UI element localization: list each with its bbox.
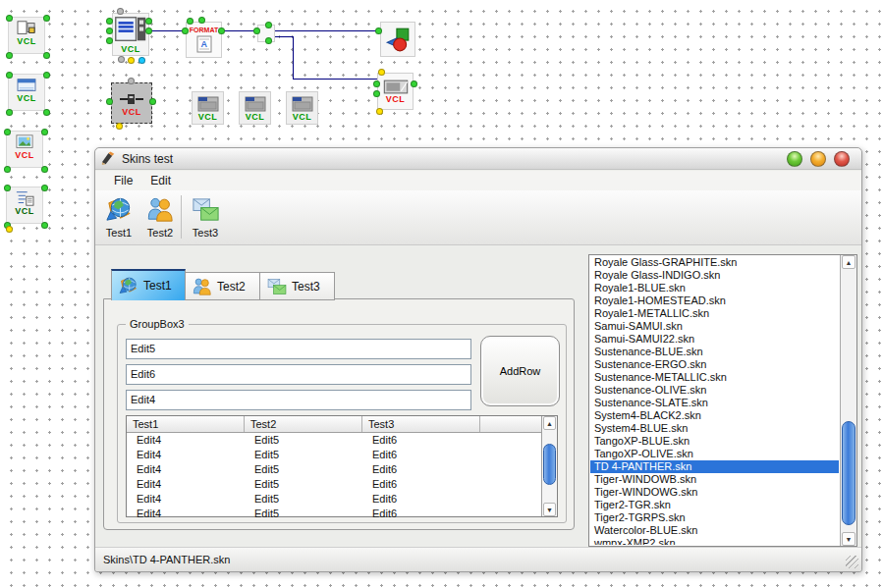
list-item[interactable]: Royale Glass-GRAPHITE.skn — [590, 256, 839, 269]
diagram-node-monitor[interactable]: VCL — [377, 73, 414, 110]
handle-dot — [6, 52, 13, 59]
handle-dot — [6, 109, 13, 116]
tab-test1[interactable]: Test1 — [111, 269, 186, 300]
groupbox3: GroupBox3 Edit5Edit6Edit4 AddRow Test1Te… — [117, 324, 567, 523]
list-item[interactable]: Royale1-HOMESTEAD.skn — [590, 294, 839, 307]
handle-dot — [378, 69, 385, 76]
table-row[interactable]: Edit4Edit5Edit6 — [127, 477, 557, 492]
palette-image-component[interactable]: VCL — [6, 131, 43, 168]
list-item[interactable]: Sustenance-SLATE.skn — [590, 397, 839, 409]
list-item[interactable]: Royale Glass-INDIGO.skn — [590, 269, 839, 282]
list-item[interactable]: Tiger2-TGRPS.skn — [590, 511, 839, 524]
close-button[interactable] — [834, 151, 850, 167]
grid-column-header[interactable]: Test3 — [362, 416, 480, 432]
table-row[interactable]: Edit4Edit5Edit6 — [127, 492, 557, 507]
diagram-node-panel[interactable]: VCL — [239, 91, 271, 125]
list-item[interactable]: TangoXP-OLIVE.skn — [590, 448, 839, 460]
list-item[interactable]: Watercolor-BLUE.skn — [590, 524, 839, 537]
form-designer-canvas: VCLVCLVCLVCL VCL FORMAT A — [0, 0, 883, 588]
handle-dot — [373, 90, 380, 97]
menu-item-file[interactable]: File — [105, 172, 141, 189]
resize-grip[interactable] — [846, 556, 858, 568]
list-scrollbar-thumb[interactable] — [842, 421, 855, 525]
diagram-node-panel[interactable]: VCL — [286, 91, 318, 125]
edit-field-edit6[interactable]: Edit6 — [126, 364, 471, 385]
diagram-node-selected[interactable]: VCL — [111, 82, 152, 124]
table-row[interactable]: Edit4Edit5Edit6 — [127, 433, 557, 448]
handle-dot — [106, 98, 113, 105]
panel-icon — [291, 95, 314, 113]
palette-window-component[interactable]: VCL — [8, 74, 45, 111]
toolbar-button-label: Test2 — [147, 227, 173, 239]
scroll-down-button[interactable]: ▼ — [842, 532, 855, 546]
window-titlebar[interactable]: Skins test — [95, 148, 861, 170]
maximize-button[interactable] — [810, 151, 826, 167]
handle-dot — [106, 37, 113, 44]
pages-icon — [14, 20, 39, 37]
menu-item-edit[interactable]: Edit — [141, 172, 180, 189]
list-item[interactable]: Sustenance-METALLIC.skn — [590, 371, 839, 384]
list-item[interactable]: System4-BLACK2.skn — [590, 409, 839, 422]
toolbar-separator — [181, 195, 182, 239]
grid-column-header[interactable] — [480, 416, 542, 432]
grid-scrollbar-thumb[interactable] — [543, 444, 556, 485]
handle-dot — [43, 72, 50, 79]
grid-cell: Edit6 — [362, 433, 480, 448]
image-icon — [12, 134, 37, 151]
diagram-node-shapes[interactable] — [380, 22, 415, 57]
scroll-up-button[interactable]: ▲ — [842, 255, 855, 269]
list-item[interactable]: Samui-SAMUI22.skn — [590, 333, 839, 346]
tree-icon — [12, 189, 37, 207]
list-item[interactable]: Royale1-BLUE.skn — [590, 282, 839, 294]
list-item[interactable]: wmpx-XMP2.skn — [590, 537, 839, 545]
handle-dot — [41, 222, 48, 229]
string-grid: Test1Test2Test3 Edit4Edit5Edit6Edit4Edit… — [126, 415, 558, 517]
list-item[interactable]: Sustenance-BLUE.skn — [590, 346, 839, 358]
vcl-label: VCL — [386, 95, 406, 104]
skins-test-window: Skins test FileEdit Test1Test2Test3 Test… — [94, 147, 862, 572]
edit-field-edit5[interactable]: Edit5 — [126, 339, 471, 359]
diagram-node-source[interactable]: VCL — [112, 13, 149, 56]
groupbox-label: GroupBox3 — [126, 318, 189, 330]
window-icon — [14, 77, 39, 94]
table-row[interactable]: Edit4Edit5Edit6 — [127, 507, 557, 521]
tab-test2[interactable]: Test2 — [186, 272, 260, 300]
toolbar-button-label: Test3 — [193, 227, 218, 239]
list-item[interactable]: Tiger-WINDOWB.skn — [590, 473, 839, 486]
monitor-icon — [382, 79, 410, 95]
list-item[interactable]: Sustenance-ERGO.skn — [590, 358, 839, 371]
diagram-node-format[interactable]: FORMAT A — [186, 22, 222, 58]
list-item[interactable]: Tiger2-TGR.skn — [590, 499, 839, 511]
grid-cell: Edit4 — [127, 477, 245, 492]
list-item[interactable]: TangoXP-BLUE.skn — [590, 435, 839, 448]
tab-test3[interactable]: Test3 — [260, 272, 335, 300]
edit-field-edit4[interactable]: Edit4 — [126, 390, 471, 410]
toolbar-button-test3[interactable]: Test3 — [186, 194, 225, 241]
scroll-up-button[interactable]: ▲ — [543, 416, 556, 430]
toolbar-button-test2[interactable]: Test2 — [140, 194, 180, 241]
scroll-down-button[interactable]: ▼ — [543, 503, 556, 516]
grid-cell: Edit5 — [245, 507, 362, 521]
palette-tree-report-component[interactable]: VCL — [6, 187, 43, 224]
diagram-node-panel[interactable]: VCL — [192, 91, 224, 125]
list-item[interactable]: System4-BLUE.skn — [590, 422, 839, 435]
toolbar-button-test1[interactable]: Test1 — [99, 194, 138, 241]
list-item[interactable]: Sustenance-OLIVE.skn — [590, 384, 839, 397]
grid-cell: Edit5 — [245, 477, 362, 492]
grid-column-header[interactable]: Test2 — [245, 416, 362, 432]
handle-dot — [41, 185, 48, 191]
table-row[interactable]: Edit4Edit5Edit6 — [127, 448, 557, 462]
grid-cell: Edit6 — [362, 507, 480, 521]
addrow-button[interactable]: AddRow — [480, 336, 560, 406]
grid-cell: Edit4 — [127, 462, 245, 477]
list-item-selected[interactable]: TD 4-PANTHER.skn — [590, 460, 839, 473]
list-item[interactable]: Royale1-METALLIC.skn — [590, 307, 839, 320]
table-row[interactable]: Edit4Edit5Edit6 — [127, 462, 557, 477]
minimize-button[interactable] — [787, 151, 802, 167]
list-item[interactable]: Samui-SAMUI.skn — [590, 320, 839, 333]
handle-dot — [128, 78, 135, 84]
list-item[interactable]: Tiger-WINDOWG.skn — [590, 486, 839, 499]
tab-label: Test2 — [217, 280, 246, 294]
grid-column-header[interactable]: Test1 — [127, 416, 245, 432]
palette-pages-component[interactable]: VCL — [8, 17, 45, 54]
